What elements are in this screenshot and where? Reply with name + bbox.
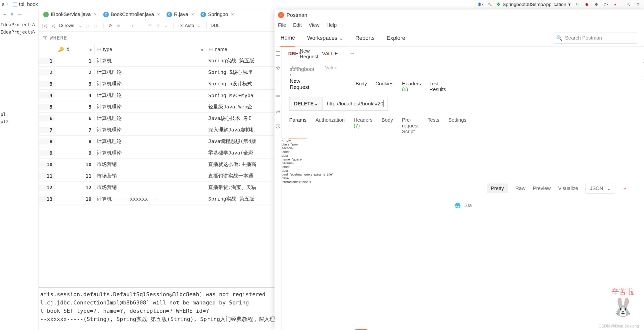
menu-file[interactable]: File	[278, 22, 286, 28]
kv-key-input[interactable]: Key	[282, 61, 315, 75]
cell-id[interactable]: 19	[55, 196, 95, 202]
sort-icon[interactable]: ◆	[201, 48, 204, 52]
tx-mode[interactable]: Tx: Auto	[178, 23, 194, 28]
cell-id[interactable]: 7	[55, 127, 95, 133]
wrap-lines-icon[interactable]: ⤶	[623, 185, 627, 191]
view-preview[interactable]: Preview	[533, 186, 551, 191]
close-icon[interactable]: ×	[94, 12, 97, 17]
cell-id[interactable]: 5	[55, 104, 95, 110]
menu-view[interactable]: View	[309, 22, 320, 28]
editor-tab[interactable]: CR.java×	[164, 10, 196, 19]
remove-row-icon[interactable]: －	[138, 22, 144, 29]
breadcrumb-table[interactable]: tbl_book	[19, 2, 38, 7]
ddl-button[interactable]: DDL	[210, 23, 220, 28]
sidebar-path[interactable]: IdeaProjects\	[0, 28, 38, 36]
first-page-icon[interactable]: |◁	[41, 23, 48, 29]
globe-icon[interactable]: 🌐	[454, 203, 461, 209]
close-icon[interactable]: ×	[191, 12, 194, 17]
user-icon[interactable]: 👤▾	[477, 2, 483, 8]
cell-type[interactable]: 计算机理论	[95, 126, 206, 133]
cell-id[interactable]: 8	[55, 138, 95, 144]
monitors-icon[interactable]	[274, 108, 282, 115]
collections-icon[interactable]	[274, 50, 282, 57]
sidebar-collapse-icon[interactable]: ⇤	[2, 12, 7, 17]
mock-icon[interactable]	[274, 94, 282, 101]
environments-icon[interactable]	[274, 79, 282, 86]
menu-edit[interactable]: Edit	[293, 22, 302, 28]
cell-type[interactable]: 计算机理论	[95, 69, 206, 76]
refresh-icon[interactable]: ⟳	[108, 23, 114, 29]
kv-value-input[interactable]: Value	[315, 61, 348, 75]
cell-type[interactable]: 计算机------xxxxxx-----	[95, 196, 206, 202]
menu-help[interactable]: Help	[326, 22, 337, 28]
cell-type[interactable]: 计算机理论	[95, 138, 206, 145]
rows-count[interactable]: 13 rows	[58, 23, 74, 28]
cell-id[interactable]: 4	[55, 92, 95, 98]
response-body[interactable]: 1{2····"flag": true,3····"data": null4}	[634, 47, 644, 330]
build-icon[interactable]: 🔨	[487, 2, 493, 8]
run-config-selector[interactable]: ❖ Springboot08SsmpApplication ▾	[496, 2, 571, 7]
editor-tab[interactable]: CBookController.java×	[101, 10, 162, 19]
sidebar-hide-icon[interactable]: —	[17, 12, 22, 17]
search-input[interactable]: 🔍Search Postman	[553, 33, 638, 44]
nav-workspaces[interactable]: Workspaces ⌄	[307, 35, 344, 41]
view-raw[interactable]: Raw	[516, 186, 526, 191]
sidebar-path[interactable]: IdeaProjects\	[0, 21, 38, 28]
stop-icon[interactable]: ■	[612, 2, 618, 8]
cell-type[interactable]: 市场营销	[95, 173, 206, 179]
cell-id[interactable]: 1	[55, 58, 95, 64]
gear-icon[interactable]: ⚙	[635, 2, 641, 8]
cell-id[interactable]: 9	[55, 150, 95, 156]
resptab-body[interactable]: Body	[356, 81, 367, 330]
view-visualize[interactable]: Visualize	[558, 186, 578, 191]
cell-id[interactable]: 10	[55, 161, 95, 168]
prev-page-icon[interactable]: ◁	[50, 23, 56, 29]
nav-explore[interactable]: Explore	[386, 35, 405, 41]
chevron-down-icon[interactable]: ⌄	[196, 23, 202, 29]
editor-tab[interactable]: IIBookService.java×	[41, 10, 99, 19]
editor-tab[interactable]: CSpringbo×	[198, 10, 236, 19]
search-icon[interactable]: 🔍	[626, 2, 632, 8]
last-page-icon[interactable]: ▷|	[93, 23, 100, 29]
gear-icon[interactable]: ⚙	[10, 12, 15, 17]
cell-id[interactable]: 2	[55, 69, 95, 75]
cell-id[interactable]: 12	[55, 185, 95, 191]
cell-type[interactable]: 市场营销	[95, 184, 206, 191]
nav-reports[interactable]: Reports	[355, 35, 374, 41]
profile-icon[interactable]: ⏱▾	[603, 2, 609, 8]
apis-icon[interactable]	[274, 65, 282, 72]
chevron-down-icon[interactable]: ⌄	[164, 23, 169, 29]
next-page-icon[interactable]: ▷	[85, 23, 90, 29]
run-icon[interactable]: ↻	[574, 2, 580, 8]
sidebar-item[interactable]: pl2	[0, 118, 38, 125]
cell-id[interactable]: 3	[55, 81, 95, 87]
tab-options-icon[interactable]: •••	[350, 52, 354, 56]
cell-id[interactable]: 11	[55, 173, 95, 179]
debug-icon[interactable]: 🐞	[584, 2, 590, 8]
format-selector[interactable]: JSON ⌄	[586, 183, 615, 194]
commit-icon[interactable]: ⇧	[155, 23, 161, 29]
stop-icon[interactable]: ■	[116, 23, 121, 29]
cell-type[interactable]: 计算机理论	[95, 80, 206, 87]
history-icon[interactable]	[274, 123, 282, 130]
column-type[interactable]: type ◆	[95, 44, 206, 55]
cell-type[interactable]: 计算机理论	[95, 92, 206, 99]
cell-type[interactable]: 市场营销	[95, 161, 206, 168]
cell-type[interactable]: 计算机理论	[95, 103, 206, 110]
close-icon[interactable]: ×	[157, 12, 160, 17]
cell-id[interactable]: 6	[55, 115, 95, 121]
cell-type[interactable]: 计算机理论	[95, 115, 206, 122]
cell-type[interactable]: 计算机理论	[95, 149, 206, 156]
add-row-icon[interactable]: ＋	[129, 22, 136, 29]
close-icon[interactable]: ×	[231, 12, 234, 17]
view-pretty[interactable]: Pretty	[487, 184, 508, 193]
nav-home[interactable]: Home	[280, 35, 295, 47]
revert-icon[interactable]: ↶	[147, 23, 153, 29]
resptab-test-results[interactable]: Test Results	[430, 81, 446, 330]
resptab-cookies[interactable]: Cookies	[376, 81, 394, 330]
resptab-headers[interactable]: Headers (5)	[402, 81, 421, 330]
cell-type[interactable]: 计算机	[95, 57, 206, 64]
column-id[interactable]: 🔑 id ◆	[55, 44, 95, 55]
coverage-icon[interactable]: ⬢	[593, 2, 599, 8]
chevron-down-icon[interactable]: ⌄	[77, 23, 82, 29]
